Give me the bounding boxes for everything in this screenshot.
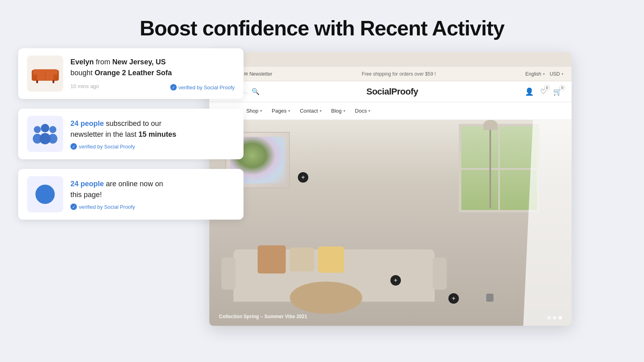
nav-docs-label: Docs xyxy=(355,108,367,114)
browser-titlebar xyxy=(209,52,572,67)
purchaser-location: New Jersey, US xyxy=(112,58,166,66)
content-area: 🏬 Store ✉ Newsletter Free shipping for o… xyxy=(0,48,644,358)
verified-badge-purchase: ✓ verified by Social Proofy xyxy=(170,84,235,90)
language-selector[interactable]: English ▾ xyxy=(525,71,545,77)
svg-point-9 xyxy=(50,126,57,133)
nav-item-shop[interactable]: Shop ▾ xyxy=(246,108,262,114)
promo-text: Free shipping for orders over $59 ! xyxy=(362,71,436,77)
currency-chevron-icon: ▾ xyxy=(561,72,564,76)
subscribers-content: 24 people subscribed to ournewsletter in… xyxy=(70,118,235,150)
purchase-content: Evelyn from New Jersey, US bought Orange… xyxy=(70,57,235,90)
verified-icon-subscribers: ✓ xyxy=(70,143,77,150)
nav-shop-label: Shop xyxy=(246,108,258,114)
svg-rect-6 xyxy=(52,80,54,83)
online-text: 24 people are online now onthis page! xyxy=(70,179,235,200)
shop-topbar: 🏬 Store ✉ Newsletter Free shipping for o… xyxy=(209,67,572,81)
nav-shop-chevron-icon: ▾ xyxy=(260,109,262,113)
pillow-yellow xyxy=(318,247,344,273)
lamp xyxy=(489,128,491,208)
verified-icon-online: ✓ xyxy=(70,204,77,210)
nav-docs-chevron-icon: ▾ xyxy=(368,109,370,113)
online-notification: 24 people are online now onthis page! ✓ … xyxy=(18,169,244,220)
sofa-product-icon xyxy=(27,56,63,92)
shop-action-icons: 👤 ♡ 0 🛒 0 xyxy=(525,87,562,96)
coffee-table xyxy=(290,282,362,314)
language-chevron-icon: ▾ xyxy=(543,72,545,76)
nav-pages-label: Pages xyxy=(272,108,287,114)
product-name: Orange 2 Leather Sofa xyxy=(95,69,172,77)
currency-label: USD xyxy=(550,71,560,77)
purchase-from: from xyxy=(96,58,112,66)
page-heading: Boost confidence with Recent Activity xyxy=(0,0,644,40)
nav-contact-label: Contact xyxy=(300,108,318,114)
purchase-time: 10 mins ago xyxy=(70,83,99,89)
nav-pages-chevron-icon: ▾ xyxy=(288,109,290,113)
verified-icon-purchase: ✓ xyxy=(170,84,177,90)
slider-dot-3[interactable] xyxy=(559,316,562,319)
purchase-text: Evelyn from New Jersey, US bought Orange… xyxy=(70,57,235,78)
shop-logo: SocialProofy xyxy=(366,86,418,97)
verified-badge-online: ✓ verified by Social Proofy xyxy=(70,204,235,210)
room-background: + + + Collection Spring – Summer Vibe 20… xyxy=(209,120,572,326)
pillow-beige xyxy=(290,247,314,272)
nav-item-blog[interactable]: Blog ▾ xyxy=(331,108,345,114)
collection-label: Collection Spring – Summer Vibe 2021 xyxy=(219,314,307,319)
pillow-brown xyxy=(258,245,286,274)
collection-name: Spring – Summer Vibe 2021 xyxy=(244,314,307,319)
people-icon-box xyxy=(27,116,63,152)
nav-contact-chevron-icon: ▾ xyxy=(320,109,322,113)
purchase-action: bought xyxy=(70,69,95,77)
subscribers-count: 24 people xyxy=(70,119,104,128)
shop-hero: + + + Collection Spring – Summer Vibe 20… xyxy=(209,120,572,326)
nav-blog-label: Blog xyxy=(331,108,342,114)
online-count: 24 people xyxy=(70,180,104,188)
wishlist-badge: 0 xyxy=(544,85,550,90)
svg-point-11 xyxy=(41,124,50,132)
shop-searchbar: Something... 🔍 SocialProofy 👤 ♡ 0 🛒 0 xyxy=(209,81,572,102)
room-window xyxy=(459,124,539,212)
slider-dot-1[interactable] xyxy=(547,316,551,319)
nav-item-docs[interactable]: Docs ▾ xyxy=(355,108,371,114)
nav-item-pages[interactable]: Pages ▾ xyxy=(272,108,290,114)
subscribers-text: 24 people subscribed to ournewsletter in… xyxy=(70,118,235,140)
account-icon[interactable]: 👤 xyxy=(525,87,534,96)
search-icon[interactable]: 🔍 xyxy=(252,88,260,95)
cart-badge: 0 xyxy=(559,85,565,90)
online-indicator-dot xyxy=(35,185,55,204)
svg-point-12 xyxy=(39,133,51,144)
lamp-base xyxy=(486,294,493,302)
subscribers-notification: 24 people subscribed to ournewsletter in… xyxy=(18,109,244,159)
purchase-notification: Evelyn from New Jersey, US bought Orange… xyxy=(18,48,244,99)
verified-badge-subscribers: ✓ verified by Social Proofy xyxy=(70,143,235,150)
newsletter-link[interactable]: ✉ Newsletter xyxy=(244,71,272,77)
hotspot-button-1[interactable]: + xyxy=(298,172,308,183)
purchaser-name: Evelyn xyxy=(70,58,94,66)
newsletter-label: Newsletter xyxy=(250,71,272,77)
shop-nav: Home ▾ Shop ▾ Pages ▾ Contact ▾ Blog ▾ D… xyxy=(209,102,572,120)
verified-text-purchase: verified by Social Proofy xyxy=(179,84,235,90)
browser-window: 🏬 Store ✉ Newsletter Free shipping for o… xyxy=(209,52,572,326)
slider-dot-2[interactable] xyxy=(553,316,556,319)
subscribers-time: 15 minutes xyxy=(138,130,176,138)
cart-icon[interactable]: 🛒 0 xyxy=(553,87,562,96)
hotspot-button-2[interactable]: + xyxy=(390,275,401,286)
language-label: English xyxy=(525,71,541,77)
verified-text-subscribers: verified by Social Proofy xyxy=(79,144,135,150)
svg-point-7 xyxy=(34,126,41,133)
hotspot-button-3[interactable]: + xyxy=(448,293,459,304)
svg-rect-5 xyxy=(36,80,38,83)
wishlist-icon[interactable]: ♡ 0 xyxy=(540,87,547,96)
verified-text-online: verified by Social Proofy xyxy=(79,204,135,210)
nav-item-contact[interactable]: Contact ▾ xyxy=(300,108,322,114)
envelope-icon: ✉ xyxy=(244,71,248,77)
online-icon-box xyxy=(27,176,63,212)
collection-prefix: Collection xyxy=(219,314,242,319)
topbar-right: English ▾ USD ▾ xyxy=(525,71,564,77)
online-content: 24 people are online now onthis page! ✓ … xyxy=(70,179,235,210)
slider-dots xyxy=(547,316,562,319)
nav-blog-chevron-icon: ▾ xyxy=(343,109,345,113)
notification-cards: Evelyn from New Jersey, US bought Orange… xyxy=(18,48,244,220)
currency-selector[interactable]: USD ▾ xyxy=(550,71,564,77)
